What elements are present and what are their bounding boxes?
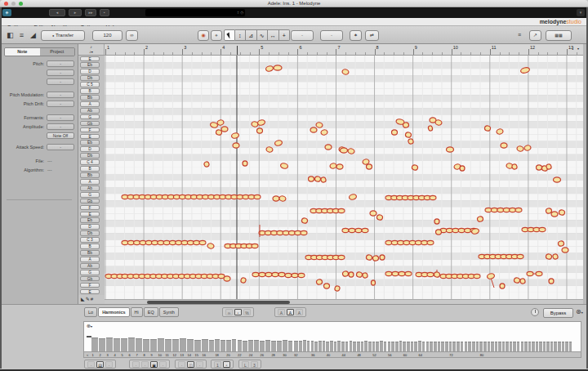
note-editor-canvas[interactable] — [105, 56, 583, 299]
harmonic-bar[interactable] — [384, 342, 387, 351]
note-blob[interactable] — [324, 284, 330, 288]
sidebar-value-field[interactable]: - — [47, 69, 74, 76]
note-blob[interactable] — [301, 230, 307, 235]
harmonic-bar[interactable] — [299, 341, 302, 351]
harmonic-bar[interactable] — [260, 341, 265, 351]
harmonic-bar[interactable] — [517, 342, 520, 351]
note-blob[interactable] — [452, 228, 459, 232]
sound-editor-mini-button[interactable]: A — [278, 309, 285, 315]
harmonic-bar[interactable] — [353, 342, 356, 351]
note-blob[interactable] — [362, 272, 368, 278]
note-blob[interactable] — [458, 228, 465, 232]
note-blob[interactable] — [320, 177, 326, 182]
piano-key-Eb[interactable]: Eb — [80, 140, 100, 145]
harmonic-bar[interactable] — [536, 342, 539, 351]
harmonic-bar[interactable] — [411, 342, 414, 351]
note-blob[interactable] — [559, 209, 565, 216]
piano-key-B[interactable]: B — [80, 88, 100, 94]
note-blob[interactable] — [314, 176, 321, 182]
harmonic-bar[interactable] — [461, 342, 464, 351]
harmonic-bar[interactable] — [430, 342, 433, 351]
note-blob[interactable] — [412, 164, 418, 171]
note-blob[interactable] — [265, 272, 272, 276]
harmonic-bar[interactable] — [488, 342, 491, 351]
note-blob[interactable] — [349, 228, 355, 232]
harmonic-bar[interactable] — [99, 338, 105, 351]
corner-tool-icon[interactable]: ◣ — [81, 297, 85, 302]
harmonic-bar[interactable] — [288, 341, 293, 351]
piano-key-B[interactable]: B — [80, 166, 100, 172]
harmonic-bar[interactable] — [550, 342, 554, 351]
note-blob[interactable] — [517, 254, 523, 258]
harmonic-bar[interactable] — [121, 338, 127, 351]
harmonic-bar[interactable] — [449, 342, 452, 351]
harmonic-bar[interactable] — [554, 342, 557, 351]
note-blob[interactable] — [233, 143, 239, 148]
harmonic-bar[interactable] — [539, 342, 542, 351]
harmonic-bar[interactable] — [528, 342, 532, 351]
harmonic-bar[interactable] — [426, 342, 430, 351]
tool-pitch-button[interactable]: ↕ — [235, 29, 247, 41]
sound-editor-mini-button[interactable]: A — [296, 309, 303, 315]
sound-editor-mini-button[interactable]: · — [159, 361, 167, 368]
tab-note[interactable]: Note — [5, 48, 40, 56]
note-blob[interactable] — [252, 244, 258, 248]
note-blob[interactable] — [224, 276, 230, 281]
piano-key-G[interactable]: G — [80, 114, 100, 120]
note-blob[interactable] — [514, 277, 520, 284]
tool-vibrato-button[interactable]: ∿ — [257, 29, 269, 41]
note-blob[interactable] — [285, 273, 292, 277]
note-blob[interactable] — [562, 248, 568, 253]
note-blob[interactable] — [334, 285, 340, 291]
harmonic-bar[interactable] — [337, 341, 341, 351]
piano-key-Gb[interactable]: Gb — [80, 199, 100, 204]
note-blob[interactable] — [430, 195, 436, 199]
harmonic-bar[interactable] — [114, 338, 120, 351]
note-blob[interactable] — [356, 271, 363, 278]
transfer-button[interactable]: ● Transfer — [41, 30, 85, 41]
note-blob[interactable] — [477, 216, 483, 222]
harmonic-bar[interactable] — [209, 340, 214, 351]
note-off-button[interactable]: Note Off — [47, 132, 74, 139]
note-blob[interactable] — [428, 125, 433, 131]
harmonic-bar[interactable] — [558, 342, 561, 351]
note-blob[interactable] — [519, 278, 525, 284]
plugin-nav-button[interactable]: ▸▸ — [85, 9, 96, 16]
plugin-nav-button[interactable]: ▸ — [69, 9, 82, 16]
monitor-blob-button[interactable]: ◉ — [198, 30, 209, 41]
preset-selector[interactable]: ↕ ◇ — [145, 9, 245, 16]
grid-tool-icon[interactable]: # — [91, 297, 93, 302]
harmonic-bar[interactable] — [314, 342, 318, 351]
sound-editor-mini-button[interactable]: % — [243, 309, 251, 315]
harmonic-bar[interactable] — [91, 337, 98, 351]
harmonic-bar[interactable] — [562, 342, 565, 351]
harmonic-bar[interactable] — [128, 337, 135, 351]
tab-synth[interactable]: Synth — [159, 307, 179, 317]
time-ruler[interactable]: 12345678910111213 — [105, 44, 583, 56]
harmonic-bar[interactable] — [361, 342, 364, 351]
harmonic-bar[interactable] — [457, 342, 460, 351]
tab-project[interactable]: Project — [40, 48, 75, 56]
playhead-marker[interactable] — [237, 46, 238, 55]
note-blob[interactable] — [240, 277, 246, 283]
note-blob[interactable] — [465, 228, 471, 232]
harmonic-bar[interactable] — [441, 342, 444, 351]
harmonic-bar[interactable] — [546, 342, 550, 351]
note-blob[interactable] — [447, 147, 454, 152]
snap-button[interactable]: ✶ — [350, 30, 362, 41]
harmonic-bar[interactable] — [277, 341, 282, 351]
harmonic-bar[interactable] — [303, 340, 306, 351]
harmonic-bar[interactable] — [438, 342, 441, 351]
note-blob[interactable] — [474, 274, 480, 278]
note-blob[interactable] — [405, 271, 412, 275]
correction-tools-button[interactable]: ⌖ — [211, 30, 222, 41]
note-blob[interactable] — [511, 163, 517, 169]
piano-key-C3[interactable]: C 3 — [80, 237, 100, 243]
sound-editor-mini-button[interactable]: · — [196, 361, 203, 368]
piano-key-A[interactable]: A — [80, 257, 100, 262]
harmonic-bar[interactable] — [565, 342, 568, 351]
harmonic-bar[interactable] — [472, 342, 475, 351]
harmonic-bar[interactable] — [307, 341, 310, 351]
harmonic-bar[interactable] — [399, 341, 403, 351]
harmonic-bar[interactable] — [510, 342, 513, 351]
